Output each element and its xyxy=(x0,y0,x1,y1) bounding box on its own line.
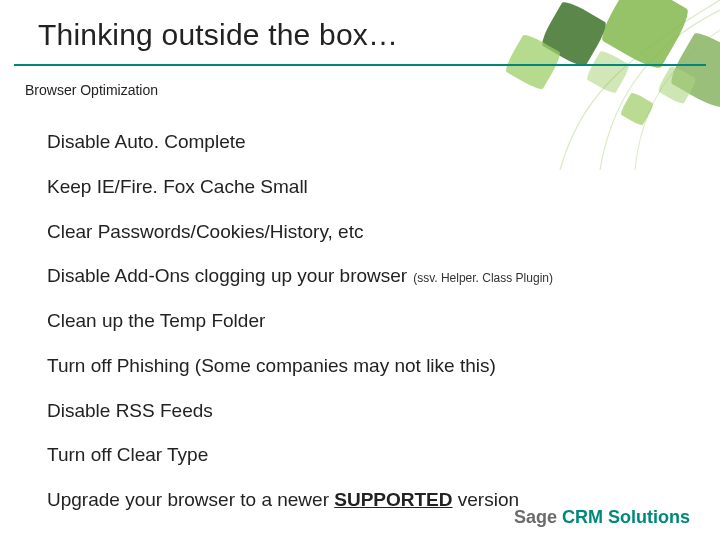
list-item: Clear Passwords/Cookies/History, etc xyxy=(47,220,680,244)
list-item: Disable Add-Ons clogging up your browser… xyxy=(47,264,680,288)
slide-subtitle: Browser Optimization xyxy=(25,82,158,98)
list-item: Disable RSS Feeds xyxy=(47,399,680,423)
slide-title: Thinking outside the box… xyxy=(38,18,398,52)
brand-sage: Sage xyxy=(514,507,562,527)
brand-crm: CRM Solutions xyxy=(562,507,690,527)
supported-word: SUPPORTED xyxy=(334,489,452,510)
list-item: Turn off Clear Type xyxy=(47,443,680,467)
bullet-list: Disable Auto. Complete Keep IE/Fire. Fox… xyxy=(47,130,680,533)
brand-footer: Sage CRM Solutions xyxy=(514,507,690,528)
list-item-note: (ssv. Helper. Class Plugin) xyxy=(413,271,553,285)
title-rule xyxy=(14,64,706,66)
list-item: Turn off Phishing (Some companies may no… xyxy=(47,354,680,378)
list-item: Clean up the Temp Folder xyxy=(47,309,680,333)
list-item: Disable Auto. Complete xyxy=(47,130,680,154)
list-item: Keep IE/Fire. Fox Cache Small xyxy=(47,175,680,199)
